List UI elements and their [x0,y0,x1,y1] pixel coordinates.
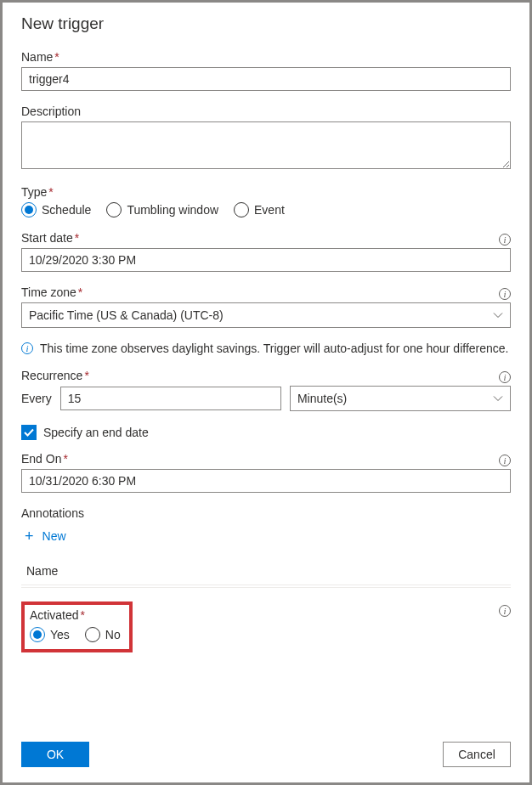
info-icon[interactable]: i [499,605,511,617]
time-zone-hint: i This time zone observes daylight savin… [21,342,511,355]
recurrence-field: Recurrence* i Every Minute(s) [21,369,511,411]
info-icon[interactable]: i [499,234,511,246]
radio-icon [106,202,122,217]
type-radio-event[interactable]: Event [234,202,285,217]
cancel-button[interactable]: Cancel [443,742,511,767]
every-label: Every [21,392,52,405]
radio-label: Yes [50,628,70,641]
time-zone-label-text: Time zone [21,285,76,299]
ok-button[interactable]: OK [21,742,89,767]
type-label-text: Type [21,185,47,199]
end-on-label: End On* [21,452,68,466]
activated-label: Activated* [30,608,121,622]
required-asterisk: * [54,50,59,64]
required-asterisk: * [78,285,82,299]
time-zone-hint-text: This time zone observes daylight savings… [40,342,508,355]
panel-body: New trigger Name* Description Type* Sche… [3,3,529,730]
new-trigger-panel: New trigger Name* Description Type* Sche… [0,0,532,785]
plus-icon: + [25,528,34,544]
time-zone-select[interactable]: Pacific Time (US & Canada) (UTC-8) [21,302,511,328]
chevron-down-icon [493,393,503,404]
annotations-label: Annotations [21,506,511,520]
info-icon[interactable]: i [499,288,511,300]
type-field: Type* Schedule Tumbling window Event [21,185,511,217]
annotations-new-button[interactable]: + New [21,523,70,549]
type-radio-group: Schedule Tumbling window Event [21,202,511,217]
activated-label-text: Activated [30,608,79,622]
start-date-input[interactable] [21,248,511,272]
specify-end-label: Specify an end date [43,426,149,439]
radio-icon [21,202,37,217]
recurrence-label: Recurrence* [21,369,89,382]
activated-field: Activated* Yes No i [21,601,511,652]
annotations-divider [21,587,511,588]
time-zone-field: Time zone* i Pacific Time (US & Canada) … [21,285,511,328]
name-label: Name* [21,50,511,64]
description-textarea[interactable] [21,121,511,169]
end-on-field: End On* i [21,452,511,493]
time-zone-label: Time zone* [21,285,82,299]
start-date-label-text: Start date [21,231,73,245]
required-asterisk: * [48,185,53,199]
required-asterisk: * [84,369,88,382]
radio-label: Schedule [42,203,91,217]
recurrence-label-text: Recurrence [21,369,82,382]
name-field: Name* [21,50,511,91]
type-label: Type* [21,185,511,199]
recurrence-unit-select[interactable]: Minute(s) [290,386,511,411]
recurrence-row: Every Minute(s) [21,386,511,411]
type-radio-schedule[interactable]: Schedule [21,202,91,217]
time-zone-value: Pacific Time (US & Canada) (UTC-8) [29,308,224,322]
radio-icon [85,627,100,642]
panel-footer: OK Cancel [3,730,529,782]
info-icon[interactable]: i [499,371,511,383]
radio-label: No [105,628,121,641]
annotations-field: Annotations + New Name [21,506,511,588]
start-date-label: Start date* [21,231,79,245]
type-radio-tumbling[interactable]: Tumbling window [106,202,218,217]
specify-end-checkbox-row[interactable]: Specify an end date [21,425,511,440]
chevron-down-icon [493,310,503,320]
recurrence-unit-value: Minute(s) [297,392,347,405]
activated-highlight: Activated* Yes No [21,601,133,652]
radio-label: Tumbling window [127,203,218,217]
description-label: Description [21,104,511,118]
radio-label: Event [254,203,285,217]
annotations-column-header: Name [21,557,511,585]
required-asterisk: * [75,231,79,245]
radio-icon [30,627,45,642]
activated-radio-group: Yes No [30,627,121,642]
activated-radio-no[interactable]: No [85,627,121,642]
end-on-input[interactable] [21,469,511,493]
annotations-new-label: New [42,529,66,543]
name-input[interactable] [21,67,511,91]
description-field: Description [21,104,511,172]
end-on-label-text: End On [21,452,61,466]
panel-title: New trigger [21,14,511,33]
start-date-field: Start date* i [21,231,511,272]
info-icon: i [21,342,33,354]
radio-icon [234,202,249,217]
required-asterisk: * [63,452,67,466]
info-icon[interactable]: i [499,455,511,466]
checkbox-icon [21,425,37,440]
name-label-text: Name [21,50,53,64]
required-asterisk: * [81,608,85,622]
recurrence-interval-input[interactable] [60,387,281,410]
activated-radio-yes[interactable]: Yes [30,627,70,642]
